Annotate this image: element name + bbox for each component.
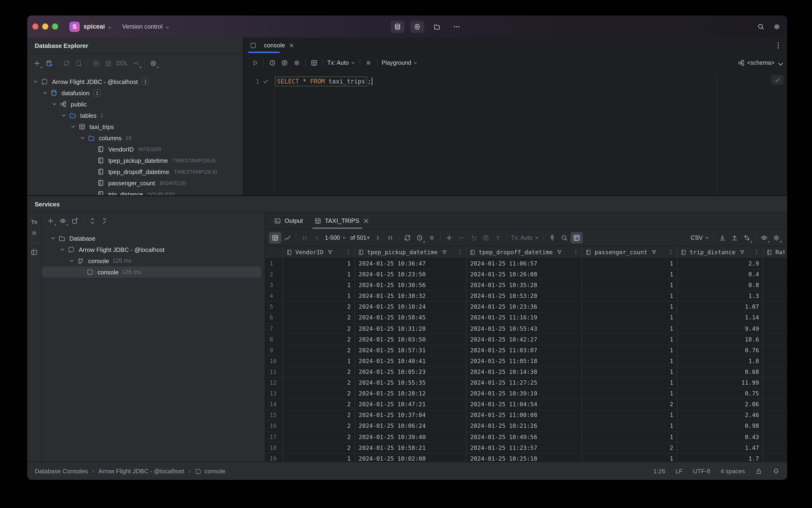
row-number[interactable]: 5 bbox=[265, 302, 283, 312]
cell[interactable] bbox=[763, 334, 787, 344]
sort-icon[interactable] bbox=[753, 249, 760, 255]
tree-item-datafusion[interactable]: datafusion1 bbox=[27, 87, 243, 98]
detach-button[interactable] bbox=[73, 57, 85, 69]
sql-editor[interactable]: 1 SELECT * FROM taxi_trips ; bbox=[243, 72, 787, 195]
cell[interactable]: 2024-01-25 11:27:25 bbox=[466, 378, 582, 388]
page-last-button[interactable] bbox=[384, 232, 396, 243]
cell[interactable]: 2024-01-25 10:47:21 bbox=[355, 399, 466, 410]
cell[interactable]: 2.46 bbox=[677, 410, 763, 421]
column-header-trip-distance[interactable]: trip_distance bbox=[677, 246, 763, 258]
results-tab-taxi-trips[interactable]: TAXI_TRIPS bbox=[309, 212, 376, 229]
eye-button[interactable] bbox=[57, 215, 69, 226]
cell[interactable]: 1 bbox=[582, 291, 677, 301]
cell[interactable]: 2 bbox=[582, 442, 677, 453]
cell[interactable]: 2024-01-25 10:23:36 bbox=[466, 302, 582, 312]
cell[interactable]: 2024-01-25 10:42:27 bbox=[466, 334, 582, 344]
cell[interactable]: 1 bbox=[283, 280, 355, 290]
cell[interactable]: 0.4 bbox=[677, 269, 763, 280]
cell[interactable]: 1 bbox=[582, 378, 677, 388]
cell[interactable]: 2 bbox=[283, 421, 355, 431]
undo-button[interactable] bbox=[467, 232, 480, 243]
cell[interactable]: 1 bbox=[582, 258, 677, 269]
cell[interactable]: 0.75 bbox=[677, 388, 763, 399]
tree-item-database[interactable]: Database bbox=[42, 232, 265, 244]
tree-item-tpep-pickup-datetime[interactable]: tpep_pickup_datetimeTIMESTAMP(26,6) bbox=[27, 155, 243, 166]
cell[interactable]: 2024-01-25 11:05:18 bbox=[466, 356, 582, 366]
cell[interactable]: 2024-01-25 10:02:08 bbox=[355, 453, 466, 462]
tree-item-tables[interactable]: tables1 bbox=[27, 110, 243, 121]
datasource-settings-button[interactable] bbox=[43, 57, 55, 69]
cell[interactable]: 2024-01-25 10:55:35 bbox=[355, 378, 466, 388]
cell[interactable] bbox=[763, 399, 787, 410]
notifications-bell-icon[interactable] bbox=[773, 467, 780, 474]
cell[interactable]: 1 bbox=[582, 269, 677, 280]
row-number[interactable]: 18 bbox=[265, 442, 283, 453]
cell[interactable]: 2024-01-25 11:06:57 bbox=[466, 258, 582, 269]
table-button[interactable] bbox=[308, 57, 320, 69]
sort-icon[interactable] bbox=[668, 249, 674, 255]
cell[interactable]: 2 bbox=[283, 367, 355, 377]
cell[interactable]: 2 bbox=[283, 345, 355, 355]
breadcrumb-item[interactable]: Database Consoles bbox=[35, 467, 88, 474]
breadcrumb-item[interactable]: console bbox=[194, 467, 226, 474]
encoding[interactable]: UTF-8 bbox=[693, 467, 710, 474]
cell[interactable]: 2024-01-25 11:00:08 bbox=[466, 410, 582, 421]
chevron-down-icon[interactable] bbox=[78, 134, 87, 142]
cell[interactable] bbox=[763, 269, 787, 280]
cell[interactable] bbox=[763, 442, 787, 453]
search-button[interactable] bbox=[558, 232, 571, 243]
cell[interactable]: 2024-01-25 10:23:50 bbox=[355, 269, 466, 280]
cell[interactable]: 1 bbox=[582, 334, 677, 344]
cell[interactable]: 2 bbox=[283, 410, 355, 421]
hex-play-icon[interactable] bbox=[410, 20, 424, 33]
row-number[interactable]: 7 bbox=[265, 324, 283, 334]
cell[interactable]: 1 bbox=[283, 258, 355, 269]
cell[interactable] bbox=[763, 367, 787, 377]
cell[interactable]: 2024-01-25 10:53:20 bbox=[466, 291, 582, 301]
cell[interactable]: 1 bbox=[582, 280, 677, 290]
submit-button[interactable] bbox=[480, 232, 492, 243]
cell[interactable]: 2024-01-25 10:35:28 bbox=[466, 280, 582, 290]
playground-control[interactable]: Playground bbox=[380, 59, 420, 66]
row-number[interactable]: 11 bbox=[265, 367, 283, 377]
cell[interactable]: 1.14 bbox=[677, 313, 763, 323]
inspection-status-ok[interactable] bbox=[771, 75, 783, 84]
column-header-rate[interactable]: Rate bbox=[763, 246, 787, 258]
collapse-all-button[interactable] bbox=[98, 215, 110, 226]
cell[interactable]: 2024-01-25 11:23:57 bbox=[466, 442, 582, 453]
cell[interactable]: 2024-01-25 10:49:56 bbox=[466, 432, 582, 442]
tx-rail-button[interactable]: Tx bbox=[29, 216, 40, 227]
cell[interactable]: 2024-01-25 10:58:21 bbox=[355, 442, 466, 453]
plus-button[interactable] bbox=[443, 232, 455, 243]
gear-button[interactable] bbox=[291, 57, 303, 69]
cell[interactable] bbox=[763, 345, 787, 355]
column-header-vendorid[interactable]: VendorID bbox=[283, 246, 355, 258]
cell[interactable]: 1 bbox=[582, 410, 677, 421]
cell[interactable] bbox=[763, 388, 787, 399]
minus-button[interactable] bbox=[455, 232, 467, 243]
cell[interactable]: 2024-01-25 10:26:08 bbox=[466, 269, 582, 280]
cell[interactable] bbox=[763, 356, 787, 366]
row-number[interactable]: 19 bbox=[265, 453, 283, 462]
cell[interactable]: 2024-01-25 10:39:40 bbox=[355, 432, 466, 442]
cell[interactable]: 2 bbox=[283, 432, 355, 442]
expand-all-button[interactable] bbox=[86, 215, 98, 226]
table-button[interactable] bbox=[269, 232, 281, 243]
project-menu[interactable]: spiceai bbox=[84, 23, 112, 30]
tree-item-public[interactable]: public bbox=[27, 98, 243, 110]
play-button[interactable] bbox=[249, 57, 261, 69]
tx-auto-control[interactable]: Tx: Auto bbox=[509, 234, 541, 241]
cell[interactable] bbox=[763, 378, 787, 388]
add-button[interactable] bbox=[45, 215, 57, 226]
tab-console[interactable]: console bbox=[243, 38, 300, 53]
row-number[interactable]: 16 bbox=[265, 421, 283, 431]
tx-auto-control[interactable]: Tx: Auto bbox=[325, 59, 357, 66]
cell[interactable] bbox=[763, 313, 787, 323]
cell[interactable]: 1 bbox=[283, 269, 355, 280]
chevron-down-icon[interactable] bbox=[31, 78, 40, 85]
cell[interactable] bbox=[763, 432, 787, 442]
cell[interactable]: 2.06 bbox=[677, 399, 763, 410]
cell[interactable]: 1.7 bbox=[677, 453, 763, 462]
row-number[interactable]: 2 bbox=[265, 269, 283, 280]
run-console-button[interactable] bbox=[90, 57, 102, 69]
